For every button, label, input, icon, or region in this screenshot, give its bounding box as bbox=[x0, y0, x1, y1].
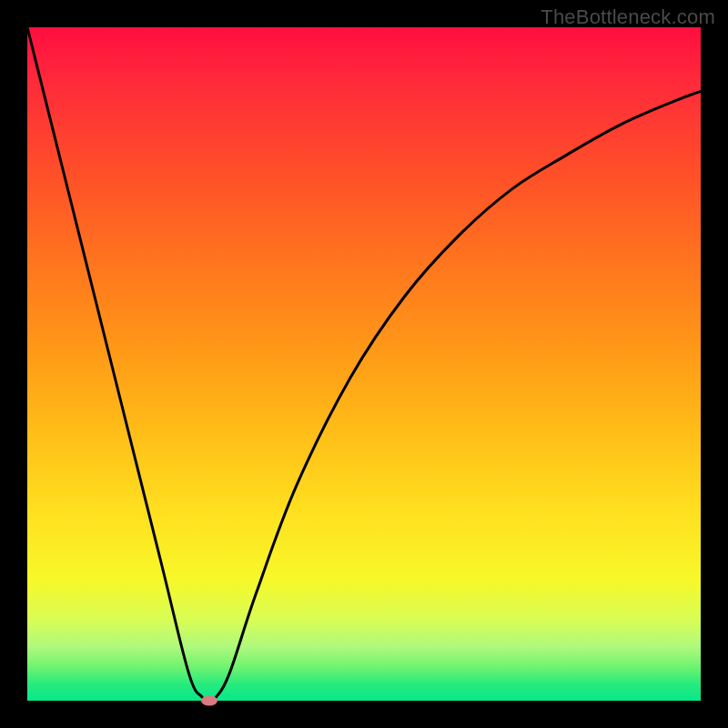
minimum-marker bbox=[201, 696, 217, 706]
chart-frame: TheBottleneck.com bbox=[0, 0, 728, 728]
watermark-text: TheBottleneck.com bbox=[541, 5, 715, 29]
plot-area bbox=[27, 27, 701, 701]
bottleneck-curve bbox=[27, 27, 701, 701]
curve-layer bbox=[27, 27, 701, 701]
